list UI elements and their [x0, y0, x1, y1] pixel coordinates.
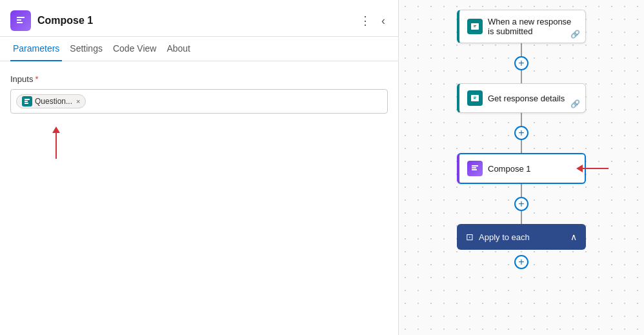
apply-each-title: Apply to each	[479, 232, 530, 242]
token-text: Question...	[35, 97, 72, 106]
tab-about[interactable]: About	[164, 37, 193, 61]
more-options-button[interactable]: ⋮	[357, 11, 374, 30]
trigger-icon	[467, 19, 483, 34]
connector-1: +	[514, 43, 528, 83]
panel-header: Compose 1 ⋮ ‹	[0, 0, 398, 37]
chevron-up-icon[interactable]: ∧	[570, 232, 577, 242]
connector-line-3	[521, 184, 522, 197]
compose-row: Compose 1	[425, 153, 618, 184]
apply-each-left: ⊡ Apply to each	[466, 232, 530, 242]
tab-parameters[interactable]: Parameters	[10, 37, 62, 61]
apply-each-node[interactable]: ⊡ Apply to each ∧	[457, 224, 586, 250]
tabs-bar: Parameters Settings Code View About	[0, 37, 398, 61]
svg-rect-2	[25, 103, 28, 104]
panel-content: Inputs * Question... ×	[0, 61, 398, 335]
connector-line-1b	[521, 70, 522, 83]
get-response-title: Get response details	[488, 94, 565, 103]
connector-line-3b	[521, 211, 522, 224]
token-chip: Question... ×	[16, 94, 86, 108]
add-step-2[interactable]: +	[514, 126, 528, 140]
svg-rect-0	[25, 99, 30, 100]
add-step-inside[interactable]: +	[514, 255, 528, 269]
panel-actions: ⋮ ‹	[357, 11, 388, 30]
left-panel: Compose 1 ⋮ ‹ Parameters Settings Code V…	[0, 0, 399, 335]
add-step-3[interactable]: +	[514, 197, 528, 211]
link-icon-get-response: 🔗	[570, 99, 580, 108]
apply-each-content: +	[514, 255, 528, 269]
inputs-label: Inputs *	[10, 74, 388, 84]
connector-3: +	[514, 184, 528, 224]
arrow-up	[55, 133, 57, 159]
compose-node-title: Compose 1	[488, 164, 530, 174]
connector-line-1	[521, 43, 522, 56]
compose-node-icon	[467, 161, 483, 176]
get-response-icon	[467, 90, 483, 106]
back-button[interactable]: ‹	[379, 12, 388, 30]
trigger-title: When a new response is submitted	[488, 17, 578, 36]
required-star: *	[35, 74, 38, 84]
red-arrow-line	[583, 168, 609, 169]
panel-title: Compose 1	[37, 15, 350, 26]
tab-settings[interactable]: Settings	[67, 37, 105, 61]
link-icon-trigger: 🔗	[570, 30, 580, 39]
connector-line-2	[521, 113, 522, 126]
right-panel: When a new response is submitted 🔗 + Get…	[399, 0, 644, 335]
arrow-indicator	[49, 127, 388, 159]
token-remove-button[interactable]: ×	[76, 97, 80, 105]
connector-line-2b	[521, 140, 522, 153]
trigger-node-header: When a new response is submitted	[467, 17, 578, 36]
arrow-head	[52, 127, 60, 133]
compose-node[interactable]: Compose 1	[457, 153, 586, 184]
svg-rect-1	[25, 101, 28, 102]
trigger-node[interactable]: When a new response is submitted 🔗	[457, 10, 586, 43]
red-arrow	[576, 165, 609, 172]
token-icon	[22, 96, 32, 107]
compose-node-header: Compose 1	[467, 161, 577, 176]
get-response-header: Get response details	[467, 90, 578, 106]
compose-icon	[10, 10, 31, 31]
add-step-1[interactable]: +	[514, 56, 528, 70]
red-arrowhead	[576, 165, 583, 172]
apply-each-icon: ⊡	[466, 232, 474, 242]
tab-code-view[interactable]: Code View	[110, 37, 159, 61]
get-response-node[interactable]: Get response details 🔗	[457, 83, 586, 113]
connector-2: +	[514, 113, 528, 153]
inputs-field[interactable]: Question... ×	[10, 89, 388, 114]
flow-container: When a new response is submitted 🔗 + Get…	[399, 10, 644, 269]
